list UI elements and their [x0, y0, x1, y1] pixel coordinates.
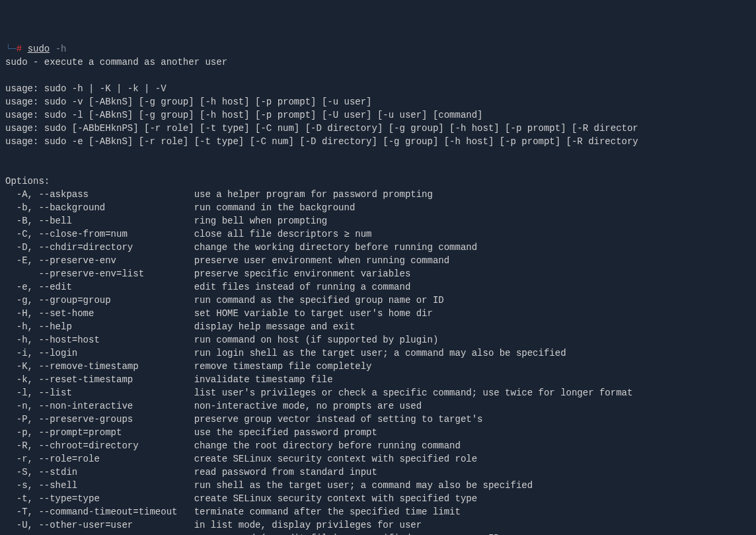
- option-row: -r, --role=rolecreate SELinux security c…: [5, 452, 751, 466]
- option-description: run command in the background: [194, 201, 356, 214]
- option-row: -E, --preserve-envpreserve user environm…: [5, 254, 751, 267]
- command-description: sudo - execute a command as another user: [5, 56, 751, 69]
- option-flags: -K, --remove-timestamp: [5, 360, 194, 373]
- option-description: create SELinux security context with spe…: [194, 452, 477, 466]
- option-flags: -n, --non-interactive: [5, 399, 194, 413]
- option-flags: -h, --host=host: [5, 333, 194, 347]
- option-description: list user's privileges or check a specif…: [194, 386, 633, 399]
- option-description: display help message and exit: [194, 320, 356, 333]
- usage-line: usage: sudo -e [-ABknS] [-r role] [-t ty…: [5, 135, 751, 148]
- option-description: set HOME variable to target user's home …: [194, 307, 433, 320]
- option-row: -u, --user=userrun command (or edit file…: [5, 532, 751, 535]
- option-flags: -e, --edit: [5, 280, 194, 294]
- option-row: -k, --reset-timestampinvalidate timestam…: [5, 373, 751, 386]
- option-description: preserve specific environment variables: [194, 267, 411, 280]
- option-description: close all file descriptors ≥ num: [194, 227, 372, 241]
- option-row: -S, --stdinread password from standard i…: [5, 466, 751, 479]
- option-row: -h, --host=hostrun command on host (if s…: [5, 333, 751, 347]
- option-row: -t, --type=typecreate SELinux security c…: [5, 492, 751, 505]
- option-flags: -b, --background: [5, 201, 194, 214]
- option-row: -l, --listlist user's privileges or chec…: [5, 386, 751, 399]
- options-block: -A, --askpassuse a helper program for pa…: [5, 188, 751, 535]
- option-row: -n, --non-interactivenon-interactive mod…: [5, 399, 751, 413]
- option-description: terminate command after the specified ti…: [194, 505, 461, 518]
- option-description: run shell as the target user; a command …: [194, 479, 533, 492]
- option-flags: -g, --group=group: [5, 294, 194, 307]
- option-row: -U, --other-user=userin list mode, displ…: [5, 518, 751, 532]
- options-header: Options:: [5, 175, 751, 188]
- option-flags: -D, --chdir=directory: [5, 241, 194, 254]
- option-description: run login shell as the target user; a co…: [194, 347, 566, 360]
- option-flags: -k, --reset-timestamp: [5, 373, 194, 386]
- option-flags: -p, --prompt=prompt: [5, 426, 194, 439]
- option-flags: -H, --set-home: [5, 307, 194, 320]
- option-description: run command as the specified group name …: [194, 294, 444, 307]
- option-description: invalidate timestamp file: [194, 373, 333, 386]
- option-row: -A, --askpassuse a helper program for pa…: [5, 188, 751, 201]
- option-flags: -E, --preserve-env: [5, 254, 194, 267]
- usage-line: usage: sudo -v [-ABknS] [-g group] [-h h…: [5, 95, 751, 108]
- option-flags: -l, --list: [5, 386, 194, 399]
- option-flags: -A, --askpass: [5, 188, 194, 201]
- option-row: -g, --group=grouprun command as the spec…: [5, 294, 751, 307]
- option-row: -T, --command-timeout=timeoutterminate c…: [5, 505, 751, 518]
- option-description: in list mode, display privileges for use…: [194, 518, 422, 532]
- option-description: ring bell when prompting: [194, 214, 328, 227]
- option-description: use the specified password prompt: [194, 426, 377, 439]
- option-description: preserve group vector instead of setting…: [194, 413, 483, 426]
- option-row: --preserve-env=listpreserve specific env…: [5, 267, 751, 280]
- option-row: -C, --close-from=numclose all file descr…: [5, 227, 751, 241]
- option-row: -b, --backgroundrun command in the backg…: [5, 201, 751, 214]
- option-flags: -P, --preserve-groups: [5, 413, 194, 426]
- option-flags: -C, --close-from=num: [5, 227, 194, 241]
- option-flags: -s, --shell: [5, 479, 194, 492]
- option-flags: -r, --role=role: [5, 452, 194, 466]
- option-row: -H, --set-homeset HOME variable to targe…: [5, 307, 751, 320]
- prompt-line: └─# sudo -h: [5, 42, 751, 56]
- command-arg: -h: [56, 42, 67, 56]
- option-description: edit files instead of running a command: [194, 280, 411, 294]
- option-description: create SELinux security context with spe…: [194, 492, 477, 505]
- option-row: -p, --prompt=promptuse the specified pas…: [5, 426, 751, 439]
- terminal-output[interactable]: └─# sudo -hsudo - execute a command as a…: [5, 42, 751, 535]
- option-description: run command (or edit file) as specified …: [194, 532, 500, 535]
- usage-line: usage: sudo -l [-ABknS] [-g group] [-h h…: [5, 108, 751, 122]
- option-flags: -i, --login: [5, 347, 194, 360]
- command-name: sudo: [28, 42, 50, 56]
- option-description: non-interactive mode, no prompts are use…: [194, 399, 422, 413]
- option-flags: -u, --user=user: [5, 532, 194, 535]
- option-flags: -R, --chroot=directory: [5, 439, 194, 452]
- option-description: change the root directory before running…: [194, 439, 461, 452]
- option-row: -h, --helpdisplay help message and exit: [5, 320, 751, 333]
- option-description: run command on host (if supported by plu…: [194, 333, 439, 347]
- option-flags: -U, --other-user=user: [5, 518, 194, 532]
- option-row: -D, --chdir=directorychange the working …: [5, 241, 751, 254]
- option-row: -s, --shellrun shell as the target user;…: [5, 479, 751, 492]
- prompt-hash: #: [17, 42, 22, 56]
- usage-block: usage: sudo -h | -K | -k | -Vusage: sudo…: [5, 82, 751, 148]
- option-flags: --preserve-env=list: [5, 267, 194, 280]
- option-flags: -B, --bell: [5, 214, 194, 227]
- option-row: -P, --preserve-groupspreserve group vect…: [5, 413, 751, 426]
- option-description: use a helper program for password prompt…: [194, 188, 433, 201]
- option-row: -B, --bellring bell when prompting: [5, 214, 751, 227]
- option-row: -R, --chroot=directorychange the root di…: [5, 439, 751, 452]
- option-flags: -t, --type=type: [5, 492, 194, 505]
- option-description: preserve user environment when running c…: [194, 254, 449, 267]
- option-description: change the working directory before runn…: [194, 241, 477, 254]
- usage-line: usage: sudo -h | -K | -k | -V: [5, 82, 751, 95]
- option-flags: -h, --help: [5, 320, 194, 333]
- option-flags: -T, --command-timeout=timeout: [5, 505, 194, 518]
- option-row: -e, --editedit files instead of running …: [5, 280, 751, 294]
- option-description: read password from standard input: [194, 466, 377, 479]
- option-flags: -S, --stdin: [5, 466, 194, 479]
- usage-line: usage: sudo [-ABbEHknPS] [-r role] [-t t…: [5, 122, 751, 135]
- prompt-corner: └─: [5, 42, 17, 56]
- option-description: remove timestamp file completely: [194, 360, 372, 373]
- option-row: -K, --remove-timestampremove timestamp f…: [5, 360, 751, 373]
- option-row: -i, --loginrun login shell as the target…: [5, 347, 751, 360]
